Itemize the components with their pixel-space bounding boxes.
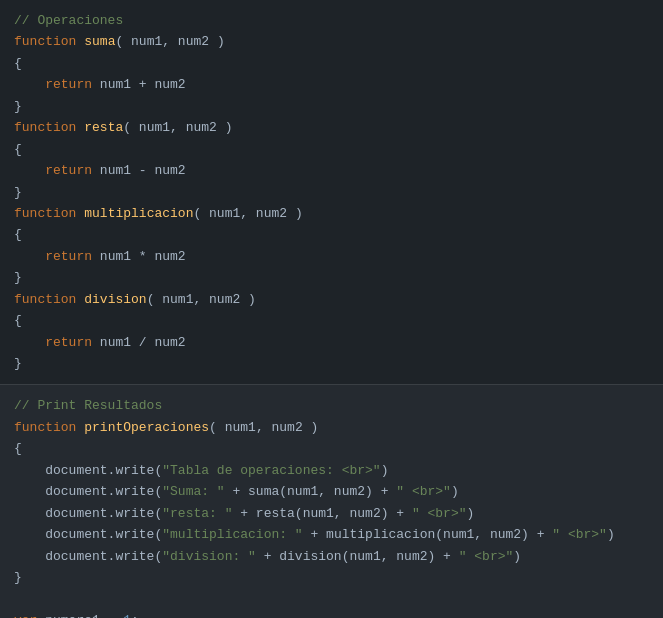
func-div-decl: function division( num1, num2 )	[14, 289, 649, 310]
func-mult-decl: function multiplicacion( num1, num2 )	[14, 203, 649, 224]
doc-write-5: document.write("division: " + division(n…	[14, 546, 649, 567]
code-section-print: // Print Resultados function printOperac…	[0, 385, 663, 618]
doc-write-3: document.write("resta: " + resta(num1, n…	[14, 503, 649, 524]
return-resta: return num1 - num2	[14, 160, 649, 181]
brace-open-2: {	[14, 139, 649, 160]
return-div: return num1 / num2	[14, 332, 649, 353]
empty-line-1	[14, 588, 649, 609]
brace-close-1: }	[14, 96, 649, 117]
brace-close-5: }	[14, 567, 649, 588]
brace-open-5: {	[14, 438, 649, 459]
brace-close-2: }	[14, 182, 649, 203]
brace-open-1: {	[14, 53, 649, 74]
brace-close-4: }	[14, 353, 649, 374]
var-numero1: var numero1 = 1;	[14, 610, 649, 618]
brace-open-3: {	[14, 224, 649, 245]
func-print-decl: function printOperaciones( num1, num2 )	[14, 417, 649, 438]
brace-open-4: {	[14, 310, 649, 331]
doc-write-4: document.write("multiplicacion: " + mult…	[14, 524, 649, 545]
return-mult: return num1 * num2	[14, 246, 649, 267]
code-editor: // Operaciones function suma( num1, num2…	[0, 0, 663, 618]
func-resta-decl: function resta( num1, num2 )	[14, 117, 649, 138]
comment-print: // Print Resultados	[14, 395, 649, 416]
code-section-operaciones: // Operaciones function suma( num1, num2…	[0, 0, 663, 385]
brace-close-3: }	[14, 267, 649, 288]
doc-write-2: document.write("Suma: " + suma(num1, num…	[14, 481, 649, 502]
func-suma-decl: function suma( num1, num2 )	[14, 31, 649, 52]
return-suma: return num1 + num2	[14, 74, 649, 95]
comment-operaciones: // Operaciones	[14, 10, 649, 31]
doc-write-1: document.write("Tabla de operaciones: <b…	[14, 460, 649, 481]
